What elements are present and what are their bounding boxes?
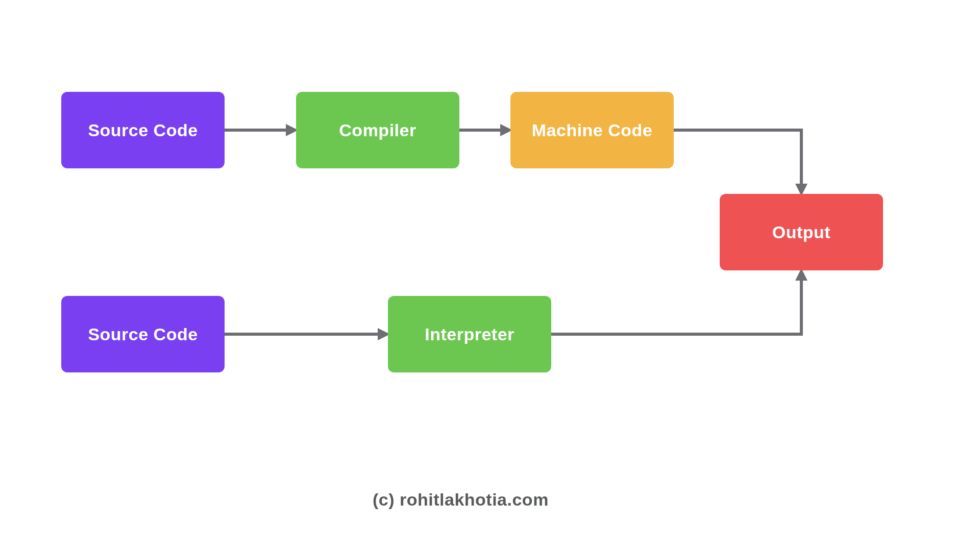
arrow-source-to-compiler bbox=[225, 124, 298, 136]
node-label: Machine Code bbox=[532, 120, 652, 140]
node-source-code-bottom: Source Code bbox=[61, 296, 225, 372]
node-compiler: Compiler bbox=[296, 92, 459, 168]
node-label: Source Code bbox=[88, 324, 198, 344]
node-output: Output bbox=[720, 194, 883, 270]
arrow-compiler-to-machine bbox=[459, 124, 512, 136]
attribution-text: (c) rohitlakhotia.com bbox=[373, 490, 549, 510]
arrows-layer bbox=[0, 0, 980, 551]
node-label: Source Code bbox=[88, 120, 198, 140]
node-source-code-top: Source Code bbox=[61, 92, 225, 168]
node-label: Compiler bbox=[339, 120, 416, 140]
arrow-interpreter-to-output bbox=[551, 268, 807, 334]
diagram-canvas: Source Code Compiler Machine Code Output… bbox=[0, 0, 980, 551]
arrow-machine-to-output bbox=[674, 130, 807, 196]
node-label: Output bbox=[772, 222, 830, 242]
node-interpreter: Interpreter bbox=[388, 296, 551, 372]
node-machine-code: Machine Code bbox=[510, 92, 674, 168]
arrow-source-to-interpreter bbox=[225, 328, 390, 340]
node-label: Interpreter bbox=[425, 324, 514, 344]
attribution-label: (c) rohitlakhotia.com bbox=[373, 490, 549, 509]
